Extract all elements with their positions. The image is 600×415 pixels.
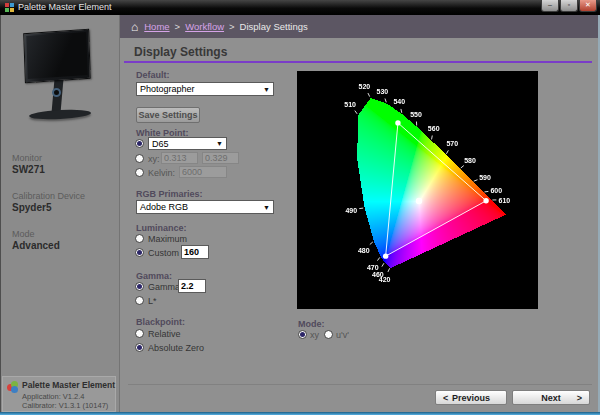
blackpoint-relative-label: Relative: [148, 329, 181, 339]
default-select[interactable]: Photographer ▼: [136, 82, 274, 96]
close-button[interactable]: ✕: [579, 0, 597, 12]
chevron-right-icon: >: [577, 393, 582, 403]
breadcrumb-home-link[interactable]: Home: [144, 21, 169, 32]
cie-chromaticity-panel: 4204604704804905105205305405505605705805…: [297, 71, 538, 309]
gamma-lstar-label: L*: [148, 296, 157, 306]
wavelength-label-560: 560: [428, 124, 440, 131]
application-version: Application: V1.2.4: [22, 392, 85, 401]
mode-xy-radio[interactable]: [298, 330, 307, 339]
save-settings-button[interactable]: Save Settings: [136, 107, 200, 123]
gamma-label: Gamma:: [136, 271, 172, 281]
blackpoint-absolute-radio[interactable]: [135, 343, 144, 352]
blackpoint-absolute-label: Absolute Zero: [148, 343, 204, 353]
footer-divider: [128, 384, 592, 385]
wavelength-label-460: 460: [372, 270, 384, 277]
luminance-label: Luminance:: [136, 223, 187, 233]
default-select-value: Photographer: [140, 84, 195, 94]
palette-logo-icon: [7, 381, 19, 393]
rgb-primaries-label: RGB Primaries:: [136, 189, 203, 199]
monitor-stand-hole: [52, 88, 61, 97]
wavelength-label-550: 550: [410, 110, 422, 117]
white-point-d65-select[interactable]: D65 ▼: [148, 137, 227, 150]
window-border-left: [0, 15, 1, 412]
monitor-label: Monitor: [12, 153, 42, 163]
wavelength-label-470: 470: [367, 264, 379, 271]
white-point-xy-label: xy:: [148, 154, 160, 164]
gamma-value-radio[interactable]: [135, 282, 144, 291]
window-title: Palette Master Element: [18, 3, 112, 12]
default-label: Default:: [136, 70, 170, 80]
wavelength-label-600: 600: [490, 187, 502, 194]
wavelength-label-570: 570: [446, 140, 458, 147]
monitor-screen: [23, 29, 91, 84]
wavelength-label-520: 520: [359, 82, 371, 89]
white-point-d65-value: D65: [152, 139, 169, 149]
luminance-custom-label: Custom: [148, 248, 179, 258]
breadcrumb-separator: >: [229, 21, 235, 32]
calibration-device-label: Calibration Device: [12, 191, 85, 201]
gamma-radio-label: Gamma: [148, 282, 180, 292]
mode-label: Mode: [12, 229, 35, 239]
page-title: Display Settings: [134, 45, 227, 59]
luminance-custom-radio[interactable]: [135, 248, 144, 257]
window-controls: – ▫ ✕: [540, 0, 597, 12]
chevron-down-icon: ▼: [216, 140, 223, 147]
blackpoint-relative-radio[interactable]: [135, 329, 144, 338]
calibration-device-value: Spyder5: [12, 202, 51, 213]
heading-underline: [124, 61, 592, 63]
gamma-field[interactable]: [178, 279, 206, 293]
wavelength-label-510: 510: [344, 101, 356, 108]
white-point-xy-radio[interactable]: [135, 154, 144, 163]
maximize-button[interactable]: ▫: [560, 0, 578, 12]
previous-button[interactable]: < Previous: [435, 390, 507, 405]
app-window: Palette Master Element – ▫ ✕ Monitor SW2…: [0, 0, 600, 415]
wavelength-label-610: 610: [499, 196, 511, 203]
luminance-custom-field[interactable]: [181, 245, 209, 259]
luminance-maximum-label: Maximum: [148, 234, 187, 244]
wavelength-label-590: 590: [479, 173, 491, 180]
monitor-illustration: [12, 25, 108, 137]
breadcrumb-separator: >: [175, 21, 181, 32]
kelvin-field[interactable]: [179, 166, 227, 178]
blackpoint-label: Blackpoint:: [136, 317, 185, 327]
xy-y-field[interactable]: [202, 152, 239, 164]
breadcrumb-workflow-link[interactable]: Workflow: [185, 21, 224, 32]
mode-value: Advanced: [12, 240, 60, 251]
white-point-d65-radio[interactable]: [135, 139, 144, 148]
xy-x-field[interactable]: [161, 152, 198, 164]
wavelength-label-530: 530: [377, 87, 389, 94]
minimize-button[interactable]: –: [541, 0, 559, 12]
next-button-label: Next: [541, 393, 561, 403]
mode-xy-label: xy: [310, 330, 319, 340]
titlebar: Palette Master Element – ▫ ✕: [0, 0, 600, 15]
app-logo-icon: [5, 3, 14, 12]
chevron-down-icon: ▼: [263, 204, 270, 211]
breadcrumb-current: Display Settings: [240, 21, 308, 32]
chevron-down-icon: ▼: [263, 86, 270, 93]
calibrator-version: Calibrator: V1.3.1 (10147): [22, 401, 108, 410]
luminance-maximum-radio[interactable]: [135, 234, 144, 243]
mode-uv-radio[interactable]: [324, 330, 333, 339]
rgb-primaries-select[interactable]: Adobe RGB ▼: [136, 200, 274, 214]
breadcrumb: ⌂ Home > Workflow > Display Settings: [120, 15, 600, 38]
mode-uv-label: u'v': [336, 330, 349, 340]
monitor-base: [29, 108, 91, 120]
monitor-value: SW271: [12, 164, 45, 175]
wavelength-label-580: 580: [464, 157, 476, 164]
app-name: Palette Master Element: [22, 380, 115, 390]
wavelength-label-540: 540: [393, 98, 405, 105]
version-info-box: Palette Master Element Application: V1.2…: [2, 376, 116, 412]
rgb-primaries-value: Adobe RGB: [140, 202, 188, 212]
sidebar: Monitor SW271 Calibration Device Spyder5…: [0, 15, 120, 412]
next-button[interactable]: Next >: [512, 390, 590, 405]
home-icon[interactable]: ⌂: [131, 21, 138, 33]
wavelength-label-490: 490: [345, 206, 357, 213]
gamma-lstar-radio[interactable]: [135, 296, 144, 305]
chevron-left-icon: <: [443, 393, 448, 403]
white-point-kelvin-radio[interactable]: [135, 168, 144, 177]
content-area: Display Settings Default: Photographer ▼…: [120, 38, 598, 412]
white-point-kelvin-label: Kelvin:: [148, 168, 175, 178]
previous-button-label: Previous: [452, 393, 490, 403]
diagram-mode-label: Mode:: [298, 319, 325, 329]
wavelength-label-480: 480: [358, 246, 370, 253]
